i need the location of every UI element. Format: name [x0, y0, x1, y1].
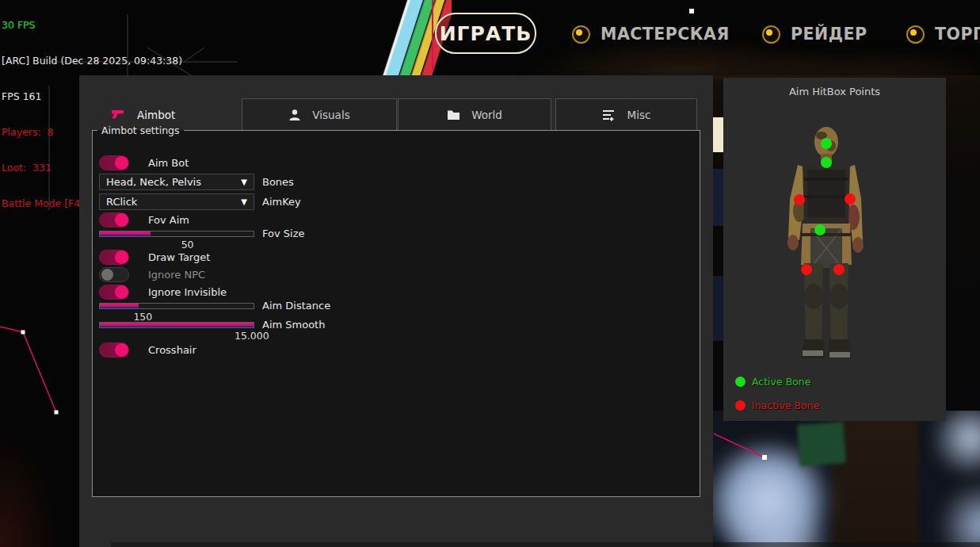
bottom-edge-strip	[111, 542, 980, 547]
active-bone-dot-icon	[735, 377, 745, 387]
ignore-npc-row: Ignore NPC	[99, 267, 205, 282]
tab-label: World	[471, 109, 502, 121]
crosshair-row: Crosshair	[99, 342, 196, 358]
hitbox-point-inactive	[833, 264, 845, 275]
aim-smooth-slider[interactable]: 15.000	[99, 322, 254, 328]
coin-icon	[572, 25, 590, 44]
crosshair-toggle[interactable]	[99, 342, 129, 358]
hitbox-point-active	[814, 224, 826, 235]
crosshair-label: Crosshair	[148, 344, 196, 356]
nav-item-workshop[interactable]: МАСТЕРСКАЯ	[572, 25, 730, 44]
tab-label: Misc	[627, 109, 651, 121]
fov-size-slider[interactable]: 50	[99, 231, 254, 237]
cheat-menu-panel: Aimbot Visuals World	[79, 75, 713, 547]
toggle-knob	[115, 343, 128, 357]
chevron-down-icon: ▼	[241, 197, 247, 206]
aim-bot-label: Aim Bot	[148, 157, 189, 169]
background-ui-sliver	[712, 276, 723, 341]
ignore-invisible-label: Ignore Invisible	[148, 286, 227, 298]
aimkey-row: RClick ▼ AimKey	[93, 193, 700, 210]
hitbox-point-active	[821, 138, 832, 149]
esp-vertical-line	[432, 0, 433, 70]
nav-item-label: ТОРГО	[935, 25, 980, 44]
fov-aim-toggle[interactable]	[99, 212, 129, 228]
fps-counter: 30 FPS	[2, 21, 182, 31]
ignore-npc-toggle[interactable]	[99, 267, 129, 282]
ignore-invisible-toggle[interactable]	[99, 285, 129, 300]
tab-label: Aimbot	[137, 109, 175, 121]
hitbox-point-inactive	[794, 194, 805, 205]
dropdown-value: Head, Neck, Pelvis	[106, 176, 201, 188]
draw-target-toggle[interactable]	[99, 250, 129, 265]
hitbox-panel: Aim HitBox Points	[723, 78, 946, 421]
hitbox-point-inactive	[845, 193, 856, 205]
coin-icon	[762, 25, 780, 44]
aim-distance-value: 150	[133, 311, 152, 323]
slider-fill	[100, 231, 151, 236]
game-screen: 30 FPS [ARC] Build (Dec 28 2025, 09:43:3…	[0, 0, 980, 547]
ignore-npc-label: Ignore NPC	[148, 269, 205, 281]
aimbot-settings-group: Aimbot settings Aim Bot Head, Neck, Pelv…	[92, 124, 700, 497]
bones-label: Bones	[262, 174, 294, 190]
legend-inactive-bone: Inactive Bone	[735, 400, 819, 411]
hitbox-panel-title: Aim HitBox Points	[723, 86, 946, 98]
legend-label: Inactive Bone	[752, 400, 819, 411]
toggle-knob	[115, 251, 128, 264]
bones-row: Head, Neck, Pelvis ▼ Bones	[93, 174, 700, 190]
nav-item-trader[interactable]: ТОРГО	[906, 25, 980, 44]
sliders-icon	[602, 109, 616, 121]
fov-size-row: 50 Fov Size	[93, 231, 700, 250]
fov-size-label: Fov Size	[262, 229, 304, 239]
hitbox-point-active	[821, 157, 832, 168]
nav-item-label: МАСТЕРСКАЯ	[601, 25, 730, 44]
pistol-icon	[111, 109, 124, 120]
toggle-knob	[115, 213, 128, 227]
inactive-bone-dot-icon	[735, 400, 745, 411]
aim-smooth-row: 15.000 Aim Smooth	[93, 322, 700, 341]
tab-label: Visuals	[312, 109, 349, 121]
slider-fill	[100, 323, 254, 327]
toggle-knob	[115, 156, 128, 170]
bones-dropdown[interactable]: Head, Neck, Pelvis ▼	[99, 174, 254, 190]
draw-target-row: Draw Target	[99, 250, 210, 265]
aimkey-dropdown[interactable]: RClick ▼	[99, 193, 254, 210]
aim-distance-row: 150 Aim Distance	[93, 303, 700, 322]
nav-item-raider[interactable]: РЕЙДЕР	[762, 25, 867, 44]
chevron-down-icon: ▼	[241, 178, 247, 186]
aim-distance-label: Aim Distance	[262, 301, 330, 311]
fov-size-value: 50	[181, 239, 194, 251]
toggle-knob	[115, 285, 128, 299]
dropdown-value: RClick	[106, 196, 137, 208]
aim-smooth-label: Aim Smooth	[262, 320, 325, 330]
play-button[interactable]: ИГРАТЬ	[435, 13, 536, 54]
legend-label: Active Bone	[752, 376, 810, 388]
draw-target-label: Draw Target	[148, 251, 210, 263]
toggle-knob	[101, 269, 113, 281]
build-info: [ARC] Build (Dec 28 2025, 09:43:38)	[2, 56, 182, 67]
aim-bot-toggle[interactable]	[99, 155, 129, 170]
fov-aim-row: Fov Aim	[99, 212, 189, 228]
person-icon	[288, 109, 301, 121]
rainbow-streak	[333, 0, 452, 75]
ignore-invisible-row: Ignore Invisible	[99, 285, 227, 300]
aim-bot-row: Aim Bot	[99, 155, 189, 170]
settings-legend: Aimbot settings	[97, 124, 184, 136]
fov-aim-label: Fov Aim	[148, 214, 189, 226]
nav-item-label: РЕЙДЕР	[791, 25, 867, 44]
legend-active-bone: Active Bone	[735, 376, 810, 388]
aim-smooth-value: 15.000	[235, 330, 269, 342]
aimkey-label: AimKey	[262, 193, 301, 210]
coin-icon	[906, 25, 925, 44]
aim-distance-slider[interactable]: 150	[99, 303, 254, 309]
folder-icon	[447, 109, 460, 120]
slider-fill	[100, 304, 139, 308]
hitbox-point-inactive	[801, 264, 812, 275]
